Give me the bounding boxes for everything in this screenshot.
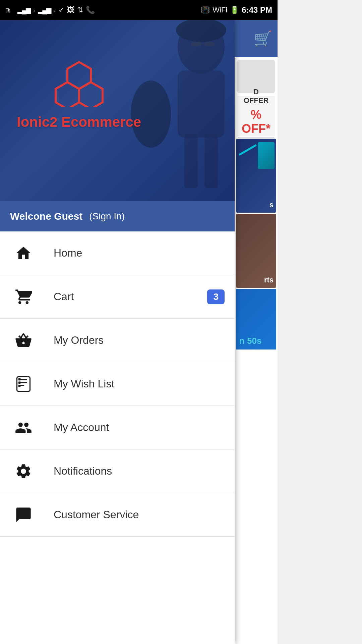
network-2-icon: ₂ (53, 6, 56, 14)
orders-icon (10, 332, 37, 349)
header-cart-icon[interactable]: 🛒 (254, 30, 272, 47)
data-transfer-icon: ⇅ (77, 6, 83, 14)
nav-drawer: Ionic2 Ecommerce Welcone Guest (Sign In)… (0, 20, 235, 644)
sidebar-item-home[interactable]: Home (0, 231, 235, 275)
svg-rect-17 (18, 378, 21, 380)
sidebar-item-account[interactable]: My Account (0, 406, 235, 449)
svg-text:ℝ: ℝ (5, 7, 10, 14)
status-bar-left: ℝ ▂▄▆ ₁ ▂▄▆ ₂ ✓ 🖼 ⇅ 📞 (5, 5, 95, 15)
cart-label: Cart (54, 290, 207, 303)
notifications-icon (10, 463, 37, 480)
app-content-behind: 🛒 D OFFER % OFF* W s rts n 50s (235, 20, 278, 644)
wifi-icon: WiFi (213, 6, 227, 14)
home-icon (10, 245, 37, 262)
behind-app-header: 🛒 (235, 20, 278, 57)
sidebar-item-notifications[interactable]: Notifications (0, 449, 235, 493)
sidebar-item-customer-service[interactable]: Customer Service (0, 493, 235, 537)
network-icon: ₁ (33, 6, 35, 14)
svg-rect-5 (191, 42, 201, 46)
battery-icon: 🔋 (230, 6, 239, 14)
svg-marker-12 (79, 82, 103, 107)
sidebar-item-cart[interactable]: Cart 3 (0, 275, 235, 319)
sign-in-link[interactable]: (Sign In) (89, 211, 125, 222)
promo-text: D OFFER (237, 85, 275, 108)
cart-badge: 3 (207, 289, 225, 304)
main-wrapper: Ionic2 Ecommerce Welcone Guest (Sign In)… (0, 20, 278, 644)
status-bar-right: 📳 WiFi 🔋 6:43 PM (201, 5, 272, 15)
vibrate-icon: 📳 (201, 6, 210, 14)
check-icon: ✓ (58, 6, 64, 14)
drawer-header: Ionic2 Ecommerce (0, 20, 235, 201)
behind-sports-card: rts (236, 214, 276, 288)
image-icon: 🖼 (67, 6, 74, 14)
sports-label: rts (264, 276, 274, 284)
svg-rect-3 (184, 134, 198, 188)
status-time: 6:43 PM (242, 5, 272, 15)
notifications-label: Notifications (54, 465, 225, 477)
home-label: Home (54, 247, 225, 259)
hex-logo (52, 60, 106, 107)
behind-promo-banner: D OFFER % OFF* W (237, 96, 275, 136)
app-title: Ionic2 Ecommerce (17, 114, 141, 130)
gift-label: s (269, 201, 274, 209)
sidebar-item-wishlist[interactable]: My Wish List (0, 362, 235, 406)
status-bar: ℝ ▂▄▆ ₁ ▂▄▆ ₂ ✓ 🖼 ⇅ 📞 📳 WiFi 🔋 6:43 PM (0, 0, 278, 20)
account-label: My Account (54, 421, 225, 434)
behind-gift-card: s (236, 139, 276, 213)
svg-rect-6 (204, 42, 215, 46)
svg-rect-19 (18, 385, 21, 387)
customer-service-label: Customer Service (54, 508, 225, 521)
wishlist-icon (10, 375, 37, 393)
svg-rect-4 (204, 134, 218, 188)
orders-label: My Orders (54, 334, 225, 346)
promo-off-text: % OFF* (237, 108, 275, 136)
customer-service-icon (10, 506, 37, 524)
wishlist-label: My Wish List (54, 378, 225, 390)
signal-bars-icon: ▂▄▆ (17, 6, 30, 14)
cart-icon (10, 288, 37, 306)
svg-rect-18 (18, 381, 21, 384)
menu-list: Home Cart 3 (0, 231, 235, 644)
sidebar-item-orders[interactable]: My Orders (0, 319, 235, 362)
account-icon (10, 419, 37, 436)
signal-bars-2-icon: ▂▄▆ (38, 6, 51, 14)
welcome-bar[interactable]: Welcone Guest (Sign In) (0, 201, 235, 231)
phone-icon: 📞 (86, 6, 95, 14)
signal-1-icon: ℝ (5, 5, 15, 15)
svg-rect-2 (178, 70, 225, 138)
welcome-greeting: Welcone Guest (10, 211, 82, 222)
svg-marker-11 (56, 82, 79, 107)
fifty-text: n 50s (239, 336, 262, 346)
behind-50s-section: n 50s (236, 289, 276, 350)
logo-area: Ionic2 Ecommerce (17, 60, 141, 130)
